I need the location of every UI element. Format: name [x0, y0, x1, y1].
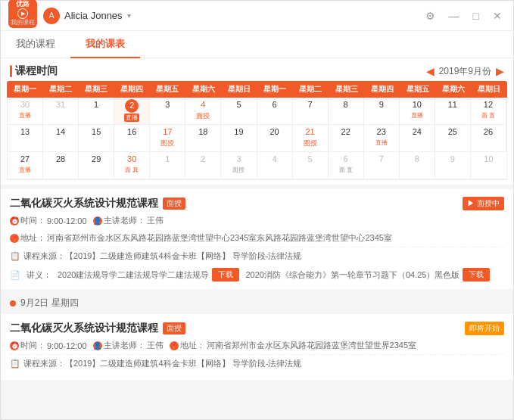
cal-cell-17[interactable]: 17 图授 — [150, 125, 185, 152]
cal-cell-4[interactable]: 4 面授 — [185, 98, 221, 125]
course-time-2: 9:00-12:00 — [47, 341, 87, 350]
course-location-2: 河南省郑州市金水区东风路花园路蓝堡湾世望世界2345室 — [207, 340, 416, 351]
cal-cell-30[interactable]: 30 面 真 — [114, 152, 150, 179]
brand-text: 优路 — [16, 0, 30, 8]
source-icon-2: 📋 — [10, 359, 20, 369]
tab-my-courses[interactable]: 我的课程 — [1, 31, 70, 58]
user-info[interactable]: A Alicia Jonnes ▾ — [43, 8, 131, 24]
course-card-2: 即将开始 二氧化碳灭火系统设计规范课程 面授 ⏰ 时间： 9:00-12:00 … — [1, 314, 513, 380]
meta-location-1: 📍 地址： 河南省郑州市金水区东风路花园路蓝堡湾世望中心2345室东风路花园路蓝… — [10, 232, 392, 244]
weekday-tue1: 星期二 — [42, 81, 78, 98]
cal-cell-31[interactable]: 31 — [43, 98, 79, 125]
cal-cell-6[interactable]: 6 — [257, 98, 293, 125]
course-title-1: 二氧化碳灭火系统设计规范课程 — [10, 197, 158, 210]
cal-cell-27[interactable]: 27 直播 — [8, 152, 43, 179]
cal-cell-24[interactable]: 24 — [400, 125, 435, 152]
tab-my-schedule[interactable]: 我的课表 — [70, 31, 140, 58]
cal-cell-12[interactable]: 12 面 直 — [471, 98, 506, 125]
cal-cell-21[interactable]: 21 图授 — [293, 125, 329, 152]
handout-item-1a: 2020建法规导学二建法规导学二建法规导 下载 — [58, 268, 239, 282]
course-status-badge-2: 即将开始 — [465, 322, 504, 335]
window-controls: ⚙ — □ ✕ — [422, 8, 506, 23]
cal-cell-28[interactable]: 28 — [43, 152, 79, 179]
download-button-1b[interactable]: 下载 — [463, 268, 490, 282]
cal-cell-oct10[interactable]: 10 — [471, 152, 506, 179]
calendar-grid: 星期一 星期二 星期三 星期四 星期五 星期六 星期日 星期一 星期二 星期三 … — [1, 81, 513, 185]
cal-cell-29[interactable]: 29 — [79, 152, 114, 179]
cal-cell-9[interactable]: 9 — [364, 98, 400, 125]
handout-row-1: 📄 讲义： 2020建法规导学二建法规导学二建法规导 下载 2020消防《综合能… — [10, 268, 504, 282]
calendar-section: 课程时间 ◀ 2019年9月份 ▶ 星期一 星期二 星期三 星期四 星期五 星期… — [1, 58, 513, 185]
main-content[interactable]: 课程时间 ◀ 2019年9月份 ▶ 星期一 星期二 星期三 星期四 星期五 星期… — [1, 58, 513, 419]
course-source-1: 课程来源：【2019】二级建造师建筑4科金卡班【网络】 导学阶段-法律法规 — [23, 250, 301, 262]
cal-cell-oct6[interactable]: 6 面 直 — [329, 152, 364, 179]
cal-cell-18[interactable]: 18 — [185, 125, 221, 152]
weekday-wed1: 星期三 — [78, 81, 114, 98]
course-teacher-2: 王伟 — [147, 340, 164, 351]
cal-cell-14[interactable]: 14 — [43, 125, 79, 152]
user-name: Alicia Jonnes — [64, 10, 123, 21]
source-icon-1: 📋 — [10, 251, 20, 261]
cal-cell-23[interactable]: 23 直播 — [364, 125, 400, 152]
minimize-button[interactable]: — — [445, 8, 463, 23]
date-divider-text: 9月2日 星期四 — [20, 297, 79, 310]
titlebar: 优路 ▶ 我的课程 A Alicia Jonnes ▾ ⚙ — □ ✕ — [1, 1, 513, 31]
brand-sub: 我的课程 — [11, 19, 35, 26]
close-button[interactable]: ✕ — [489, 8, 506, 23]
cal-cell-oct9[interactable]: 9 — [435, 152, 471, 179]
cal-cell-1[interactable]: 1 — [79, 98, 114, 125]
cal-cell-20[interactable]: 20 — [257, 125, 293, 152]
cal-cell-19[interactable]: 19 — [221, 125, 257, 152]
cal-cell-oct8[interactable]: 8 — [400, 152, 435, 179]
date-divider-sep2: 9月2日 星期四 — [1, 292, 513, 314]
weekday-fri1: 星期五 — [150, 81, 185, 98]
nav-tabs: 我的课程 我的课表 — [1, 31, 513, 58]
cal-cell-oct1[interactable]: 1 — [150, 152, 185, 179]
cal-cell-26[interactable]: 26 — [471, 125, 506, 152]
cal-cell-oct3[interactable]: 3 面授 — [221, 152, 257, 179]
section-header: 课程时间 ◀ 2019年9月份 ▶ — [1, 58, 513, 81]
calendar-body: 30 直播 31 1 2 直播 3 — [7, 98, 507, 180]
app-window: 优路 ▶ 我的课程 A Alicia Jonnes ▾ ⚙ — □ ✕ 我的课程… — [0, 0, 514, 420]
course-tag-1: 面授 — [163, 198, 185, 210]
cal-cell-3[interactable]: 3 — [150, 98, 185, 125]
course-source-2: 课程来源：【2019】二级建造师建筑4科金卡班【网络】 导学阶段-法律法规 — [23, 358, 301, 369]
download-button-1a[interactable]: 下载 — [212, 268, 239, 282]
cal-cell-22[interactable]: 22 — [329, 125, 364, 152]
cal-cell-oct4[interactable]: 4 — [257, 152, 293, 179]
course-title-row-1: 二氧化碳灭火系统设计规范课程 面授 — [10, 197, 504, 210]
handout-icon-1: 📄 — [10, 270, 20, 280]
month-next-button[interactable]: ▶ — [496, 65, 504, 77]
cal-cell-5[interactable]: 5 — [221, 98, 257, 125]
cal-cell-30sep-prev[interactable]: 30 直播 — [8, 98, 43, 125]
cal-cell-oct5[interactable]: 5 — [293, 152, 329, 179]
weekday-sat1: 星期六 — [185, 81, 221, 98]
brand-play-circle: ▶ — [17, 8, 28, 19]
course-card-1: ▶ 面授中 二氧化碳灭火系统设计规范课程 面授 ⏰ 时间： 9:00-12:00… — [1, 189, 513, 289]
app-logo: 优路 ▶ 我的课程 — [8, 0, 37, 28]
cal-cell-16[interactable]: 16 — [114, 125, 150, 152]
weekday-sat2: 星期六 — [436, 81, 472, 98]
course-location-1: 河南省郑州市金水区东风路花园路蓝堡湾世望中心2345室东风路花园路蓝堡湾世望中心… — [47, 232, 392, 244]
cal-cell-13[interactable]: 13 — [8, 125, 43, 152]
time-icon-2: ⏰ — [10, 341, 19, 350]
settings-button[interactable]: ⚙ — [422, 8, 439, 23]
cal-cell-7[interactable]: 7 — [293, 98, 329, 125]
cal-cell-8[interactable]: 8 — [329, 98, 364, 125]
meta-time-1: ⏰ 时间： 9:00-12:00 — [10, 215, 87, 226]
course-time-1: 9:00-12:00 — [47, 216, 87, 226]
weekday-thu2: 星期四 — [364, 81, 400, 98]
cal-cell-oct2[interactable]: 2 — [185, 152, 221, 179]
cal-cell-15[interactable]: 15 — [79, 125, 114, 152]
handout-name-1a: 2020建法规导学二建法规导学二建法规导 — [58, 269, 209, 281]
cal-cell-25[interactable]: 25 — [435, 125, 471, 152]
cal-cell-2-today[interactable]: 2 直播 — [114, 98, 150, 125]
cal-cell-11[interactable]: 11 — [435, 98, 471, 125]
month-prev-button[interactable]: ◀ — [426, 65, 435, 77]
cal-cell-oct7[interactable]: 7 — [364, 152, 400, 179]
course-source-row-1: 📋 课程来源：【2019】二级建造师建筑4科金卡班【网络】 导学阶段-法律法规 — [10, 247, 504, 265]
course-meta-1: ⏰ 时间： 9:00-12:00 👤 主讲老师： 王伟 📍 地址： 河南省郑州市… — [10, 215, 504, 244]
cal-cell-10[interactable]: 10 直播 — [400, 98, 435, 125]
handout-item-1b: 2020消防《综合能力》第一轮章节习题下（04.25）黑色版 下载 — [245, 268, 490, 282]
maximize-button[interactable]: □ — [469, 8, 483, 23]
